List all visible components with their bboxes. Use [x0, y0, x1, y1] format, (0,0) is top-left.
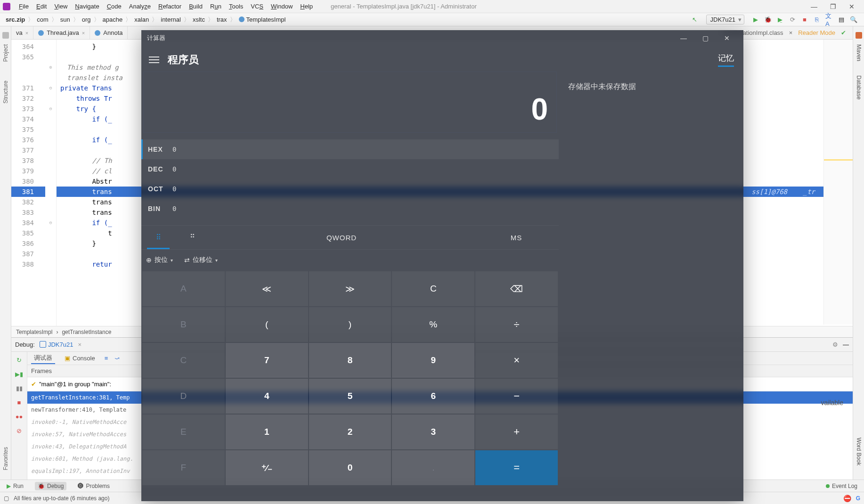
base-dec[interactable]: DEC0 — [141, 159, 559, 179]
crumb-2[interactable]: sun — [58, 16, 72, 23]
key-6[interactable]: 6 — [392, 379, 474, 414]
tw-run[interactable]: ▶Run — [4, 482, 26, 490]
bitwise-dropdown[interactable]: ⊕按位▾ — [146, 256, 173, 264]
menu-code[interactable]: Code — [103, 3, 125, 10]
menu-edit[interactable]: Edit — [33, 3, 50, 10]
key-backspace[interactable]: ⌫ — [475, 271, 558, 306]
menu-run[interactable]: Run — [206, 3, 225, 10]
fold-column[interactable]: ⊕ ⊖⊖ ⊖ — [45, 40, 57, 327]
key-lsh[interactable]: ≪ — [226, 271, 308, 306]
close-icon[interactable]: × — [789, 29, 793, 36]
editor-tab-1[interactable]: Thread.java× — [33, 26, 90, 39]
menu-file[interactable]: File — [15, 3, 33, 10]
key-B[interactable]: B — [142, 307, 225, 342]
resume-icon[interactable]: ▶▮ — [15, 370, 24, 378]
key-subtract[interactable]: − — [475, 379, 558, 414]
hide-icon[interactable]: — — [843, 341, 849, 348]
base-hex[interactable]: HEX0 — [141, 139, 559, 159]
crumb-3[interactable]: org — [80, 16, 93, 23]
key-E[interactable]: E — [142, 415, 225, 449]
breakpoints-icon[interactable]: ●● — [15, 412, 24, 421]
key-add[interactable]: + — [475, 415, 558, 449]
menu-window[interactable]: Window — [267, 3, 296, 10]
key-9[interactable]: 9 — [392, 343, 474, 378]
tab-console[interactable]: ▣Console — [62, 354, 98, 363]
key-A[interactable]: A — [142, 271, 225, 306]
debug-icon[interactable]: 🐞 — [764, 16, 772, 24]
gear-icon[interactable]: ⚙ — [832, 341, 838, 348]
crumb-8[interactable]: trax — [215, 16, 229, 23]
key-8[interactable]: 8 — [309, 343, 391, 378]
key-3[interactable]: 3 — [392, 415, 474, 449]
git-icon[interactable]: ⎘ — [813, 16, 821, 24]
key-rparen[interactable]: ) — [309, 307, 391, 342]
key-lparen[interactable]: ( — [226, 307, 308, 342]
structure-popup-icon[interactable]: ▤ — [838, 16, 845, 24]
menu-analyze[interactable]: Analyze — [125, 3, 155, 10]
menu-vcs[interactable]: VCS — [247, 3, 267, 10]
run-config-select[interactable]: JDK7u21▾ — [706, 15, 744, 24]
key-negate[interactable]: ⁺∕₋ — [226, 450, 308, 485]
project-tool-icon[interactable] — [2, 32, 9, 39]
close-icon[interactable]: ✕ — [842, 3, 861, 10]
run-icon[interactable]: ▶ — [752, 16, 759, 24]
inspection-ok-icon[interactable]: ✔ — [841, 29, 846, 36]
key-rsh[interactable]: ≫ — [309, 271, 391, 306]
mute-breakpoints-icon[interactable]: ⊘ — [15, 426, 24, 435]
project-tool-label[interactable]: Project — [2, 44, 9, 62]
crumb-0[interactable]: src.zip — [4, 16, 27, 23]
key-1[interactable]: 1 — [226, 415, 308, 449]
base-bin[interactable]: BIN0 — [141, 199, 559, 219]
key-decimal[interactable]: . — [392, 450, 474, 485]
tw-debug[interactable]: 🐞Debug — [35, 482, 66, 490]
key-divide[interactable]: ÷ — [475, 307, 558, 342]
key-2[interactable]: 2 — [309, 415, 391, 449]
key-clear[interactable]: C — [392, 271, 474, 306]
minimize-icon[interactable]: — — [805, 3, 823, 10]
menu-help[interactable]: Help — [296, 3, 317, 10]
profiler-icon[interactable]: ⟳ — [789, 16, 796, 24]
back-icon[interactable]: ↖ — [691, 16, 699, 24]
keypad-mode-bit[interactable]: ⠛ — [175, 226, 209, 249]
status-icon[interactable]: ▢ — [4, 495, 9, 502]
menu-view[interactable]: View — [50, 3, 71, 10]
close-button[interactable]: ✕ — [716, 30, 738, 46]
minimize-button[interactable]: — — [673, 30, 694, 46]
key-0[interactable]: 0 — [309, 450, 391, 485]
key-multiply[interactable]: × — [475, 343, 558, 378]
maven-tool-icon[interactable] — [856, 32, 862, 39]
editor-tab-2[interactable]: Annota — [90, 26, 128, 39]
menu-tools[interactable]: Tools — [225, 3, 247, 10]
hamburger-icon[interactable] — [149, 57, 159, 63]
rerun-icon[interactable]: ↻ — [15, 356, 24, 364]
step-over-icon[interactable]: ⤻ — [114, 355, 120, 362]
minimap[interactable] — [823, 40, 853, 325]
editor-tab-0[interactable]: va× — [11, 26, 33, 39]
favorites-tool-label[interactable]: Favorites — [2, 447, 9, 470]
key-C-hex[interactable]: C — [142, 343, 225, 378]
threads-icon[interactable]: ≡ — [105, 355, 108, 362]
bitshift-dropdown[interactable]: ⇄位移位▾ — [184, 256, 218, 264]
memory-tab[interactable]: 记忆 — [718, 53, 734, 67]
crumb-1[interactable]: com — [35, 16, 50, 23]
key-5[interactable]: 5 — [309, 379, 391, 414]
tab-debugger[interactable]: 调试器 — [31, 353, 55, 364]
key-4[interactable]: 4 — [226, 379, 308, 414]
pause-icon[interactable]: ▮▮ — [15, 384, 24, 392]
key-mod[interactable]: % — [392, 307, 474, 342]
structure-tool-label[interactable]: Structure — [2, 81, 9, 104]
stop-icon[interactable]: ■ — [801, 16, 808, 24]
crumb-7[interactable]: xsltc — [191, 16, 207, 23]
menu-build[interactable]: Build — [185, 3, 206, 10]
reader-mode-toggle[interactable]: Reader Mode — [798, 29, 835, 36]
menu-navigate[interactable]: Navigate — [71, 3, 103, 10]
maximize-button[interactable]: ▢ — [694, 30, 716, 46]
key-D[interactable]: D — [142, 379, 225, 414]
search-icon[interactable]: 🔍 — [850, 16, 857, 24]
wordbook-tool-label[interactable]: Word Book — [856, 438, 862, 465]
code-crumb-0[interactable]: TemplatesImpl — [16, 329, 52, 335]
crumb-4[interactable]: apache — [101, 16, 125, 23]
close-icon[interactable]: × — [25, 30, 28, 36]
crumb-5[interactable]: xalan — [132, 16, 151, 23]
key-F[interactable]: F — [142, 450, 225, 485]
